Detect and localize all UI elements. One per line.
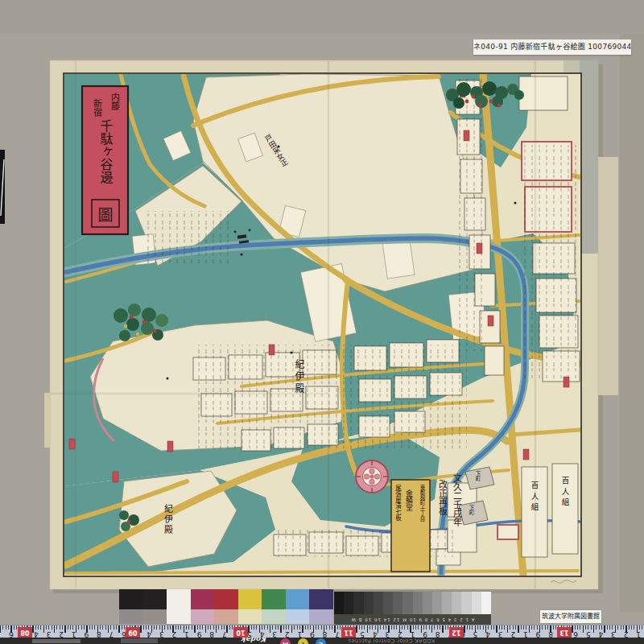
color-patch (214, 589, 238, 609)
color-patch (191, 589, 215, 609)
edge-clip-fragment (0, 150, 5, 224)
archive-label: ネ040-91 内藤新宿千駄ヶ谷絵圖 10076904462 (473, 39, 631, 55)
color-patch (364, 592, 374, 614)
color-patch (442, 592, 452, 614)
color-patch (452, 592, 461, 614)
scanned-map-page: { "scan_label": { "text": "ネ040-91 内藤新宿千… (0, 0, 644, 644)
color-patch (286, 589, 310, 609)
color-patch (353, 592, 363, 614)
color-patch (344, 592, 353, 614)
color-patch (393, 592, 402, 614)
kodak-wordmark: Kodak (242, 638, 267, 643)
patch-row-bottom (119, 609, 333, 624)
color-patch (461, 592, 471, 614)
color-patch (262, 589, 286, 609)
color-patch (143, 609, 167, 624)
ruler-decade-marker: 11 (341, 627, 356, 638)
kodak-strip-band: Kodak M Y C KODAK Color Control Patches (0, 638, 644, 644)
color-patch (334, 592, 344, 614)
patch-row-top (119, 589, 333, 609)
color-patch (119, 609, 143, 624)
ruler-decade-marker: 12 (449, 627, 464, 638)
publisher-colophon: 東都麹町十丁目 金鱗堂 尾張屋清七板 (391, 480, 430, 572)
color-patch (472, 592, 481, 614)
title-col-right: 内藤 (109, 92, 121, 111)
label-shimomachi-2: 下町 (468, 505, 474, 516)
cyan-dot-icon: C (316, 638, 326, 644)
color-patch (238, 589, 262, 609)
label-kii-bottom: 紀伊殿 (163, 504, 174, 535)
yellow-dot-icon: Y (298, 638, 308, 644)
color-patch (143, 589, 167, 609)
color-patch (167, 609, 191, 624)
publisher-name: 尾張屋清七板 (394, 485, 402, 522)
ruler-decade-marker: 10 (233, 627, 248, 638)
label-shimomachi-1: 下町 (474, 471, 481, 482)
strip-fragment (121, 638, 158, 643)
label-kii-center: 紀伊殿 (293, 359, 304, 395)
color-patch (191, 609, 215, 624)
color-patch (402, 592, 412, 614)
color-patch (238, 609, 262, 624)
color-patch (423, 592, 432, 614)
ruler-decade-marker: 08 (18, 627, 32, 638)
ruler-decade-marker: 13 (557, 627, 572, 638)
library-label: 筑波大学附属図書館 (540, 610, 601, 623)
sheet-backing-flap (597, 157, 618, 395)
color-patch (383, 592, 393, 614)
ruler-decade-marker: 09 (126, 627, 140, 638)
label-hyakunin-right: 百人組 (561, 477, 570, 510)
publisher-address: 東都麹町十丁目 (419, 484, 425, 522)
color-patch (309, 609, 333, 624)
title-main: 千駄ヶ谷邊 (98, 119, 114, 184)
title-cartouche: 内藤 新宿 千駄ヶ谷邊 圖 (82, 86, 128, 234)
shrine-emblem-icon (356, 460, 388, 493)
publisher-house: 金鱗堂 (405, 489, 413, 511)
color-patch (374, 592, 383, 614)
color-patch (309, 589, 333, 609)
title-boxed-char: 圖 (97, 206, 113, 224)
sheet-left-tab (44, 393, 51, 448)
color-patch (432, 592, 442, 614)
color-patch (262, 609, 286, 624)
color-patch (214, 609, 238, 624)
color-patch (119, 589, 143, 609)
label-era-reprint: 改正再板 (437, 479, 448, 516)
grayscale-step-labels: A 1 2 3 4 5 6 7 8 9 10 M 12 14 16 18 B W (334, 614, 491, 625)
strip-fragment (32, 639, 80, 643)
color-patch (167, 589, 191, 609)
label-era-year: 文久二壬戌年 (452, 473, 463, 526)
map-scan-artwork: 内藤 新宿 千駄ヶ谷邊 圖 東都麹町十丁目 金鱗堂 尾張屋清七板 戸田采女正 紀… (0, 0, 644, 644)
color-patch (286, 609, 310, 624)
title-col-left: 新宿 (92, 98, 103, 117)
kodak-strip-text: KODAK Color Control Patches (348, 638, 435, 644)
color-patch (481, 592, 491, 614)
grayscale-row (334, 592, 491, 614)
color-patch (413, 592, 423, 614)
magenta-dot-icon: M (280, 638, 291, 644)
